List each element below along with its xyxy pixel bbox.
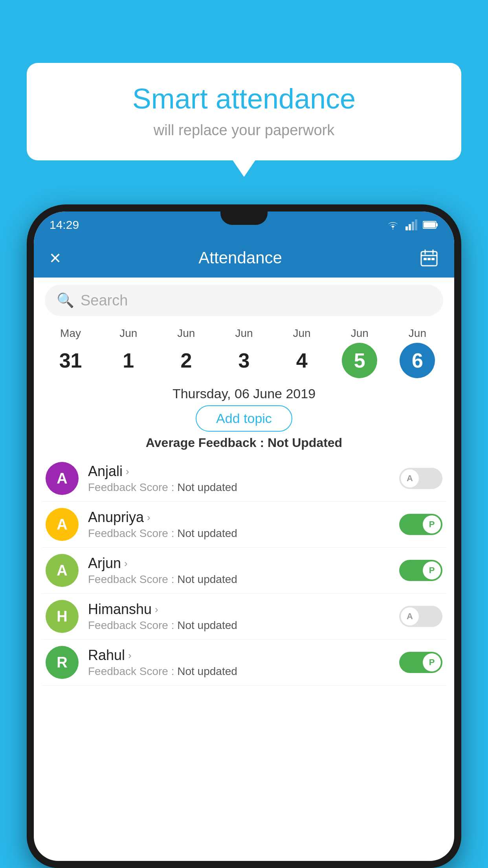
student-name[interactable]: Rahul › (88, 647, 390, 664)
cal-date: 6 (400, 343, 435, 378)
chevron-icon: › (124, 557, 128, 570)
search-bar[interactable]: 🔍 Search (45, 285, 443, 316)
cal-month: Jun (351, 327, 369, 340)
phone-frame: 14:29 (27, 204, 461, 868)
close-button[interactable]: × (50, 246, 61, 269)
phone-screen: 14:29 (34, 211, 454, 861)
selected-date: Thursday, 06 June 2019 (34, 386, 454, 401)
toggle-circle: A (401, 469, 419, 487)
svg-rect-1 (409, 224, 411, 230)
cal-date: 4 (284, 343, 319, 378)
toggle-circle: A (401, 607, 419, 625)
signal-icon (405, 219, 417, 230)
student-feedback: Feedback Score : Not updated (88, 619, 390, 632)
cal-month: Jun (293, 327, 311, 340)
student-item[interactable]: RRahul ›Feedback Score : Not updatedP (42, 640, 446, 686)
svg-rect-11 (424, 258, 427, 260)
student-avatar: A (46, 508, 79, 541)
battery-icon (423, 221, 438, 229)
cal-date: 3 (226, 343, 262, 378)
student-name[interactable]: Anjali › (88, 463, 390, 480)
student-name[interactable]: Himanshu › (88, 601, 390, 618)
status-icons (386, 219, 438, 230)
svg-rect-13 (431, 258, 435, 260)
calendar-day-5[interactable]: Jun5 (338, 327, 381, 378)
student-name[interactable]: Anupriya › (88, 509, 390, 526)
student-feedback: Feedback Score : Not updated (88, 573, 390, 586)
student-item[interactable]: AAnupriya ›Feedback Score : Not updatedP (42, 502, 446, 548)
app-header: × Attendance (34, 238, 454, 278)
cal-date: 1 (111, 343, 146, 378)
student-avatar: H (46, 600, 79, 633)
svg-rect-0 (405, 226, 408, 230)
student-item[interactable]: HHimanshu ›Feedback Score : Not updatedA (42, 594, 446, 640)
student-info: Anjali ›Feedback Score : Not updated (88, 463, 390, 494)
status-bar: 14:29 (34, 211, 454, 238)
avg-feedback-value: Not Updated (268, 436, 342, 450)
status-time: 14:29 (50, 218, 79, 232)
calendar-day-3[interactable]: Jun3 (222, 327, 266, 378)
avg-feedback: Average Feedback : Not Updated (34, 436, 454, 450)
header-title: Attendance (198, 248, 282, 267)
chevron-icon: › (147, 511, 150, 524)
chevron-icon: › (128, 649, 132, 662)
calendar-day-4[interactable]: Jun4 (280, 327, 323, 378)
student-feedback: Feedback Score : Not updated (88, 481, 390, 494)
attendance-toggle[interactable]: P (399, 514, 442, 535)
student-avatar: R (46, 646, 79, 679)
calendar-day-1[interactable]: Jun1 (107, 327, 150, 378)
student-avatar: A (46, 554, 79, 587)
toggle-circle: P (423, 561, 441, 579)
cal-month: Jun (235, 327, 253, 340)
student-info: Himanshu ›Feedback Score : Not updated (88, 601, 390, 632)
calendar-day-2[interactable]: Jun2 (165, 327, 208, 378)
student-info: Rahul ›Feedback Score : Not updated (88, 647, 390, 678)
attendance-toggle[interactable]: P (399, 560, 442, 581)
svg-rect-5 (436, 223, 438, 226)
toggle-circle: P (423, 515, 441, 533)
student-item[interactable]: AAnjali ›Feedback Score : Not updatedA (42, 456, 446, 502)
search-input[interactable]: Search (81, 292, 128, 309)
cal-date: 5 (342, 343, 377, 378)
attendance-toggle[interactable]: A (399, 468, 442, 489)
calendar-icon[interactable] (420, 248, 438, 267)
speech-bubble-title: Smart attendance (50, 83, 438, 115)
avg-feedback-label: Average Feedback : (146, 436, 264, 450)
search-icon: 🔍 (57, 292, 74, 309)
svg-rect-6 (424, 222, 435, 228)
notch (220, 211, 268, 225)
svg-rect-3 (415, 219, 417, 230)
calendar-strip: May31Jun1Jun2Jun3Jun4Jun5Jun6 (34, 323, 454, 381)
attendance-toggle[interactable]: P (399, 652, 442, 673)
chevron-icon: › (155, 603, 158, 616)
toggle-circle: P (423, 653, 441, 671)
wifi-icon (386, 219, 400, 230)
cal-month: May (60, 327, 81, 340)
svg-rect-12 (427, 258, 431, 260)
student-item[interactable]: AArjun ›Feedback Score : Not updatedP (42, 548, 446, 594)
student-info: Arjun ›Feedback Score : Not updated (88, 555, 390, 586)
student-name[interactable]: Arjun › (88, 555, 390, 572)
calendar-day-31[interactable]: May31 (49, 327, 92, 378)
cal-month: Jun (409, 327, 426, 340)
svg-rect-2 (412, 222, 414, 230)
student-avatar: A (46, 462, 79, 495)
cal-month: Jun (119, 327, 137, 340)
cal-date: 2 (169, 343, 204, 378)
cal-date: 31 (53, 343, 88, 378)
attendance-toggle[interactable]: A (399, 606, 442, 627)
calendar-day-6[interactable]: Jun6 (396, 327, 439, 378)
speech-bubble-subtitle: will replace your paperwork (50, 122, 438, 139)
cal-month: Jun (177, 327, 195, 340)
student-feedback: Feedback Score : Not updated (88, 665, 390, 678)
speech-bubble: Smart attendance will replace your paper… (27, 63, 461, 160)
chevron-icon: › (126, 465, 129, 478)
student-list: AAnjali ›Feedback Score : Not updatedAAA… (34, 456, 454, 686)
student-info: Anupriya ›Feedback Score : Not updated (88, 509, 390, 540)
add-topic-button[interactable]: Add topic (196, 405, 292, 432)
student-feedback: Feedback Score : Not updated (88, 527, 390, 540)
